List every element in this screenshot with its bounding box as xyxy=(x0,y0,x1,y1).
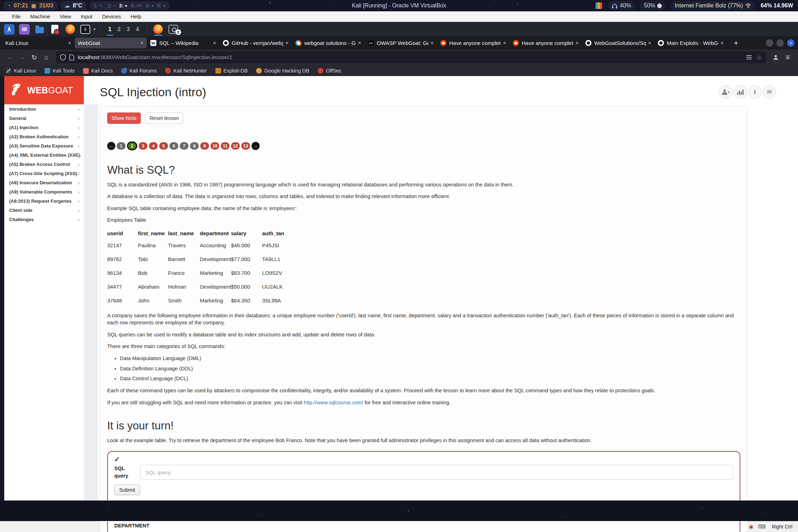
sidebar-item[interactable]: (A8:2013) Request Forgeries› xyxy=(4,196,84,206)
firefox-launcher[interactable] xyxy=(64,23,76,36)
forward-button[interactable]: → xyxy=(16,52,28,63)
sidebar-item[interactable]: Challenges› xyxy=(4,215,84,224)
tracking-protection-shield-icon[interactable] xyxy=(60,54,66,60)
browser-tab[interactable]: Main Exploits · WebGo× xyxy=(655,37,727,48)
account-icon[interactable] xyxy=(770,52,782,63)
lesson-page-11[interactable]: 11 xyxy=(221,142,230,150)
terminal-launcher[interactable]: $ xyxy=(79,23,92,36)
lesson-page-10[interactable]: 10 xyxy=(210,142,219,150)
kali-menu-button[interactable] xyxy=(3,23,16,36)
lesson-page-13[interactable]: 13 xyxy=(241,142,250,150)
host-workspace-indicator[interactable]: 6:● xyxy=(157,3,166,8)
terminal-dropdown-caret[interactable]: ▾ xyxy=(93,27,96,32)
lesson-page-1[interactable]: 1 xyxy=(117,142,126,150)
sidebar-item[interactable]: (A2) Broken Authentication› xyxy=(4,132,84,141)
firefox-running-app[interactable] xyxy=(152,23,164,36)
lesson-page-7[interactable]: 7 xyxy=(180,142,189,150)
contact-button[interactable]: ✉ xyxy=(763,85,776,99)
vbox-menu-input[interactable]: Input xyxy=(81,13,92,19)
tab-close-icon[interactable]: × xyxy=(213,40,216,46)
sidebar-item[interactable]: (A8) Insecure Deserialization› xyxy=(4,178,84,187)
close-window-button[interactable]: × xyxy=(787,39,794,47)
panel-workspace-2[interactable]: 2 xyxy=(115,23,124,36)
lesson-page-12[interactable]: 12 xyxy=(231,142,240,150)
tab-close-icon[interactable]: × xyxy=(430,40,434,46)
brightness-indicator[interactable]: 50% xyxy=(640,1,665,10)
lesson-page-9[interactable]: 9 xyxy=(200,142,209,150)
lesson-page-3[interactable]: 3 xyxy=(139,142,148,150)
host-workspace-indicator[interactable]: 3:● xyxy=(119,3,127,8)
browser-tab[interactable]: WebGoat× xyxy=(75,37,147,48)
browser-tab[interactable]: webgoat solutions - Go× xyxy=(292,37,364,48)
browser-tab[interactable]: GitHub - vernjan/webgo× xyxy=(220,37,292,48)
lesson-page-5[interactable]: 5 xyxy=(159,142,168,150)
tab-close-icon[interactable]: × xyxy=(721,40,724,46)
page-info-icon[interactable] xyxy=(69,54,74,60)
tab-close-icon[interactable]: × xyxy=(358,40,361,46)
host-workspace-indicator[interactable]: 4:</> xyxy=(131,3,143,8)
panel-workspace-3[interactable]: 3 xyxy=(124,23,133,36)
report-card-button[interactable] xyxy=(734,85,747,99)
tab-close-icon[interactable]: × xyxy=(503,40,506,46)
about-button[interactable]: i xyxy=(748,85,762,99)
keyboard-icon[interactable]: ⌨ xyxy=(758,524,766,530)
bookmark-item[interactable]: Kali Tools xyxy=(45,68,75,74)
home-button[interactable]: ⌂ xyxy=(40,52,52,63)
sidebar-item[interactable]: (A5) Broken Access Control› xyxy=(4,160,84,169)
virtualbox-tray-icon[interactable] xyxy=(595,2,602,9)
lesson-page-6[interactable]: 6 xyxy=(169,142,178,150)
host-workspace-indicator[interactable]: 5:● xyxy=(146,3,154,8)
hamburger-menu-icon[interactable]: ≡ xyxy=(782,53,794,62)
bookmark-item[interactable]: Kali Docs xyxy=(83,68,113,74)
panel-workspace-1[interactable]: 1 xyxy=(105,23,115,36)
vbox-menu-machine[interactable]: Machine xyxy=(30,13,50,19)
browser-tab[interactable]: WebGoatSolutions/Sql× xyxy=(582,37,654,48)
host-workspace-indicator[interactable]: 1:>_ xyxy=(94,3,104,8)
user-menu-button[interactable]: ▾ xyxy=(719,85,733,99)
bookmark-item[interactable]: Kali Linux xyxy=(6,68,36,74)
bookmark-item[interactable]: Kali NetHunter xyxy=(165,68,207,74)
sidebar-item[interactable]: (A9) Vulnerable Components› xyxy=(4,187,84,196)
sql-query-input[interactable] xyxy=(140,465,733,480)
sidebar-item[interactable]: (A4) XML External Entities (XXE)› xyxy=(4,150,84,160)
tab-close-icon[interactable]: × xyxy=(285,40,289,46)
vbox-menu-devices[interactable]: Devices xyxy=(102,13,121,19)
text-editor-launcher[interactable] xyxy=(48,23,61,36)
tab-close-icon[interactable]: × xyxy=(648,40,651,46)
sidebar-item[interactable]: (A7) Cross-Site Scripting (XSS)› xyxy=(4,169,84,178)
sidebar-item[interactable]: (A1) Injection› xyxy=(4,123,84,132)
browser-tab[interactable]: OWASP WebGoat: Gen× xyxy=(365,37,437,48)
vbox-menu-help[interactable]: Help xyxy=(131,13,141,19)
submit-button[interactable]: Submit xyxy=(114,485,140,495)
sidebar-item[interactable]: (A3) Sensitive Data Exposure› xyxy=(4,141,84,150)
browser-tab[interactable]: Have anyone complete× xyxy=(437,37,509,48)
browser-tab[interactable]: Kali Linux× xyxy=(2,37,74,48)
host-workspace-indicator[interactable]: 2:◓ xyxy=(108,3,116,8)
screenshot-tool-running-app[interactable]: 2 xyxy=(167,23,180,36)
bookmark-item[interactable]: Kali Forums xyxy=(121,68,157,74)
bookmark-item[interactable]: Exploit-DB xyxy=(215,68,248,74)
webgoat-brand[interactable]: WEBGOAT xyxy=(4,76,84,104)
reset-lesson-button[interactable]: Reset lesson xyxy=(145,112,183,124)
weather-widget[interactable]: ☁ 8°C xyxy=(61,1,86,10)
lesson-page-4[interactable]: 4 xyxy=(149,142,158,150)
browser-tab[interactable]: Have anyone complete× xyxy=(510,37,582,48)
vbox-menu-file[interactable]: File xyxy=(12,13,21,19)
file-manager-launcher[interactable] xyxy=(33,23,46,36)
panel-workspace-4[interactable]: 4 xyxy=(133,23,142,36)
sidebar-item[interactable]: Introduction› xyxy=(4,104,84,114)
minimize-button[interactable] xyxy=(766,39,773,47)
clock-widget[interactable]: ◔ 07:21 ▦ 31/03 xyxy=(4,1,57,10)
sqlcourse-link[interactable]: http://www.sqlcourse.com/ xyxy=(304,400,363,405)
url-bar[interactable]: localhost:8080/WebGoat/start.mvc#lesson/… xyxy=(56,51,766,63)
reload-button[interactable]: ↻ xyxy=(28,52,40,63)
sidebar-item[interactable]: Client side› xyxy=(4,206,84,215)
next-page-arrow[interactable]: → xyxy=(251,142,260,150)
recording-icon[interactable]: ◉ xyxy=(749,524,753,530)
new-tab-button[interactable]: + xyxy=(731,39,741,48)
back-button[interactable]: ← xyxy=(4,52,16,63)
sidebar-item[interactable]: General› xyxy=(4,114,84,123)
tab-close-icon[interactable]: × xyxy=(576,40,579,46)
browser-tab[interactable]: SQL – Wikipedia× xyxy=(147,37,219,48)
maximize-button[interactable] xyxy=(776,39,784,47)
